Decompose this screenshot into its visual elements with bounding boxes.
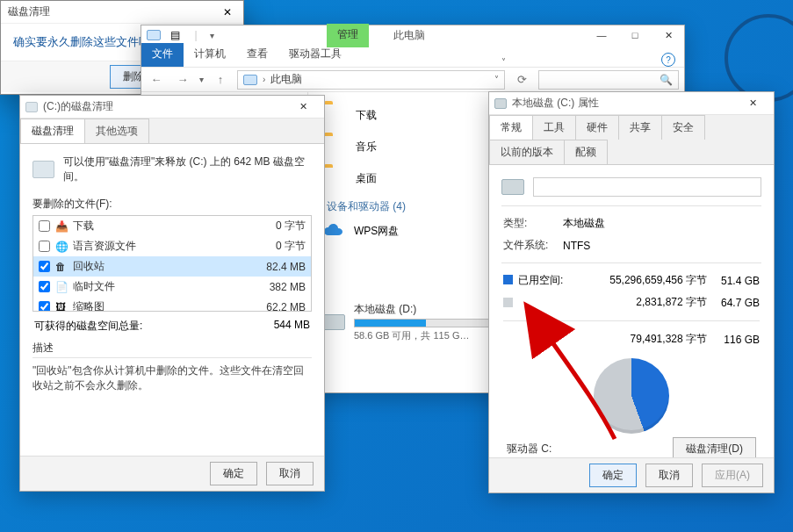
ribbon-collapse-icon[interactable]: ˅ (501, 57, 506, 67)
apply-button[interactable]: 应用(A) (702, 464, 763, 487)
dialog-title: 磁盘清理 (8, 4, 50, 19)
file-size: 382 MB (244, 281, 306, 293)
file-size: 82.4 MB (244, 261, 306, 273)
used-color-swatch (503, 275, 513, 284)
type-value: 本地磁盘 (563, 213, 760, 234)
ribbon-tabs: 文件 计算机 查看 驱动器工具 ˅ ? (141, 45, 684, 68)
window-title: 本地磁盘 (C:) 属性 (512, 96, 599, 111)
folder-label: 桌面 (356, 171, 377, 186)
search-input[interactable]: 🔍 (538, 70, 679, 90)
ribbon-tab-drive-tools[interactable]: 驱动器工具 (278, 43, 352, 67)
ok-button[interactable]: 确定 (589, 464, 637, 487)
quick-access-toolbar: ▤ | ▾ 管理 此电脑 — □ ✕ (141, 25, 684, 45)
drive-properties-window: 本地磁盘 (C:) 属性 ✕ 常规 工具 硬件 共享 安全 以前的版本 配额 类… (488, 91, 775, 493)
this-pc-icon (243, 75, 257, 85)
nav-up-button[interactable]: ↑ (211, 70, 230, 90)
tab-sharing[interactable]: 共享 (618, 115, 662, 140)
file-checkbox[interactable] (39, 281, 50, 292)
disk-cleanup-window: (C:)的磁盘清理 ✕ 磁盘清理 其他选项 可以使用"磁盘清理"来释放 (C:)… (19, 95, 325, 492)
drive-icon (32, 161, 54, 178)
maximize-button[interactable]: □ (619, 26, 651, 44)
drive-icon (322, 314, 345, 330)
dialog-footer: 确定 取消 应用(A) (489, 457, 774, 492)
tab-cleanup[interactable]: 磁盘清理 (20, 119, 85, 143)
files-label: 要删除的文件(F): (32, 197, 312, 212)
nav-history-icon[interactable]: ▾ (199, 75, 204, 84)
free-bytes: 2,831,872 字节 (577, 292, 707, 313)
folder-icon: ↓ (322, 104, 347, 126)
tab-general[interactable]: 常规 (489, 115, 533, 140)
file-checkbox[interactable] (39, 241, 50, 252)
search-icon: 🔍 (660, 74, 673, 86)
cancel-button[interactable]: 取消 (645, 464, 693, 487)
tab-tools[interactable]: 工具 (532, 115, 576, 140)
address-input[interactable]: › 此电脑 ˅ (237, 70, 505, 90)
file-type-icon: 🌐 (55, 241, 68, 253)
nav-back-button[interactable]: ← (147, 70, 166, 90)
type-label: 类型: (503, 213, 561, 234)
qat-dropdown-icon[interactable]: ▾ (210, 31, 214, 40)
tab-previous-versions[interactable]: 以前的版本 (489, 140, 565, 164)
props-body: 类型:本地磁盘 文件系统:NTFS 已用空间: 55,296,659,456 字… (489, 165, 774, 485)
file-checkbox[interactable] (39, 301, 50, 312)
file-row[interactable]: 🖼 缩略图 62.2 MB (33, 297, 311, 312)
tab-strip: 常规 工具 硬件 共享 安全 以前的版本 配额 (489, 115, 774, 165)
close-button[interactable]: ✕ (652, 26, 684, 44)
file-name: 临时文件 (73, 279, 239, 294)
tab-more-options[interactable]: 其他选项 (84, 119, 149, 143)
file-row[interactable]: 📥 下载 0 字节 (33, 216, 311, 236)
file-checkbox[interactable] (39, 261, 50, 272)
minimize-button[interactable]: — (586, 26, 617, 44)
drive-icon (494, 98, 507, 109)
file-checkbox[interactable] (39, 220, 50, 232)
file-type-icon: 📥 (55, 220, 68, 233)
window-title: (C:)的磁盘清理 (43, 99, 113, 114)
tab-strip: 磁盘清理 其他选项 (20, 119, 324, 144)
ribbon-tab-computer[interactable]: 计算机 (184, 43, 236, 67)
file-row[interactable]: 📄 临时文件 382 MB (33, 277, 311, 297)
folder-label: 音乐 (356, 140, 377, 155)
ribbon-tab-view[interactable]: 查看 (236, 43, 278, 67)
drive-icon (501, 179, 524, 195)
cancel-button[interactable]: 取消 (266, 462, 314, 485)
close-button[interactable]: ✕ (287, 98, 319, 116)
close-button[interactable]: ✕ (737, 95, 768, 112)
folder-label: 下载 (356, 108, 377, 123)
help-icon[interactable]: ? (661, 53, 675, 67)
drive-name: 驱动器 C: (507, 442, 551, 457)
gain-label: 可获得的磁盘空间总量: (34, 319, 142, 334)
qat-check-icon[interactable]: ▤ (168, 28, 182, 42)
ribbon-tab-file[interactable]: 文件 (141, 43, 184, 67)
used-bytes: 55,296,659,456 字节 (577, 270, 707, 291)
free-color-swatch (503, 298, 513, 307)
background-watermark (725, 14, 793, 102)
file-list[interactable]: 📥 下载 0 字节 🌐 语言资源文件 0 字节 🗑 回收站 82.4 MB 📄 … (32, 215, 312, 312)
window-title: 此电脑 (393, 28, 425, 43)
manage-label: 管理 (337, 28, 358, 40)
tab-security[interactable]: 安全 (661, 115, 705, 140)
file-name: 回收站 (73, 259, 239, 274)
file-name: 缩略图 (73, 299, 239, 312)
address-bar: ← → ▾ ↑ › 此电脑 ˅ ⟳ 🔍 (141, 68, 684, 92)
file-row[interactable]: 🗑 回收站 82.4 MB (33, 256, 311, 277)
usage-pie-chart (594, 358, 669, 434)
cloud-icon (322, 223, 345, 239)
drive-usage-bar (354, 319, 503, 327)
file-row[interactable]: 🌐 语言资源文件 0 字节 (33, 236, 311, 256)
close-button[interactable]: ✕ (219, 6, 236, 18)
used-gb: 51.4 GB (709, 270, 760, 291)
tab-hardware[interactable]: 硬件 (575, 115, 619, 140)
drive-label-input[interactable] (533, 177, 761, 197)
file-name: 语言资源文件 (73, 239, 239, 254)
address-dropdown-icon[interactable]: ˅ (494, 75, 499, 84)
fs-value: NTFS (563, 235, 760, 255)
nav-forward-button[interactable]: → (173, 70, 192, 90)
desc-text: "回收站"包含你从计算机中删除的文件。这些文件在清空回收站之前不会永久删除。 (32, 357, 312, 406)
cleanup-icon (25, 102, 38, 112)
tab-quota[interactable]: 配额 (564, 140, 608, 164)
titlebar: 本地磁盘 (C:) 属性 ✕ (489, 92, 774, 115)
ok-button[interactable]: 确定 (210, 462, 257, 485)
info-text: 可以使用"磁盘清理"来释放 (C:) 上的 642 MB 磁盘空间。 (63, 155, 312, 184)
usage-table: 已用空间: 55,296,659,456 字节 51.4 GB 2,831,87… (501, 269, 761, 351)
refresh-button[interactable]: ⟳ (512, 70, 531, 90)
